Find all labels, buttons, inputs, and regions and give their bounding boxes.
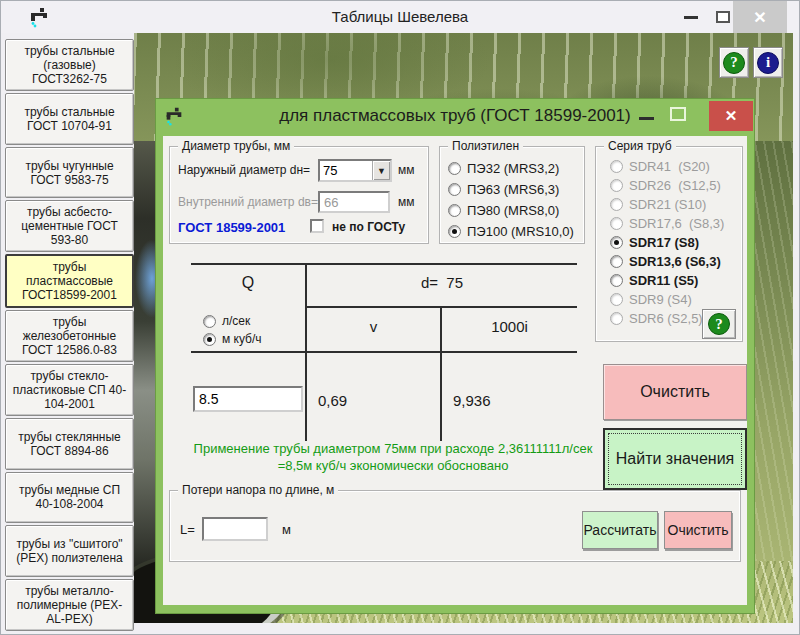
radio-icon[interactable] — [203, 333, 216, 346]
help-icon: ? — [723, 52, 745, 74]
gost-link[interactable]: ГОСТ 18599-2001 — [178, 220, 285, 235]
maximize-button[interactable] — [711, 1, 735, 33]
inner-diameter-label: Внутренний диаметр dв= — [178, 195, 318, 209]
close-button[interactable]: ✕ — [733, 1, 787, 33]
help-icon: ? — [708, 313, 730, 335]
polyethylene-group-legend: Полиэтилен — [448, 139, 523, 153]
sidebar-item-asbestos[interactable]: трубы асбесто-цементные ГОСТ 593-80 — [5, 200, 134, 252]
not-gost-label: не по ГОСТу — [332, 220, 405, 234]
find-values-button[interactable]: Найти значения — [603, 428, 747, 490]
v-column-header: v — [307, 318, 440, 335]
outer-diameter-label: Наружный диаметр dн= — [178, 163, 310, 177]
radio-icon[interactable] — [203, 315, 216, 328]
calculate-button[interactable]: Рассчитать — [582, 511, 658, 549]
radio-sdr17-6: SDR17,6 (S8,3) — [610, 216, 724, 231]
clear-length-button[interactable]: Очистить — [664, 511, 732, 549]
outer-diameter-combobox[interactable]: ▼ — [318, 159, 392, 182]
radio-sdr41: SDR41 (S20) — [610, 159, 710, 174]
not-gost-checkbox[interactable] — [310, 219, 324, 233]
dialog-body: Диаметр трубы, мм Наружный диаметр dн= ▼… — [163, 136, 747, 605]
polyethylene-group: Полиэтилен ПЭ32 (MRS3,2) ПЭ63 (MRS6,3) П… — [439, 146, 585, 244]
radio-pe63[interactable]: ПЭ63 (MRS6,3) — [448, 182, 559, 197]
plastic-pipes-dialog: для пластмассовых труб (ГОСТ 18599-2001)… — [156, 99, 754, 613]
sidebar-item-steel-gas[interactable]: трубы стальные (газовые) ГОСТ3262-75 — [5, 39, 134, 91]
result-line1: Применение трубы диаметром 75мм при расх… — [163, 440, 623, 457]
flow-rate-input[interactable] — [193, 386, 303, 412]
radio-sdr9: SDR9 (S4) — [610, 292, 692, 307]
info-button[interactable]: i — [753, 47, 783, 78]
dialog-maximize-button[interactable] — [670, 107, 686, 121]
velocity-value: 0,69 — [318, 392, 378, 409]
length-unit: м — [282, 522, 291, 537]
radio-icon — [610, 293, 623, 306]
dialog-titlebar: для пластмассовых труб (ГОСТ 18599-2001)… — [156, 99, 754, 136]
inner-diameter-field — [318, 191, 390, 213]
head-loss-group: Потери напора по длине, м L= м Рассчитат… — [169, 490, 741, 562]
help-button[interactable]: ? — [719, 47, 749, 78]
diameter-group: Диаметр трубы, мм Наружный диаметр dн= ▼… — [169, 146, 429, 244]
gradient-value: 9,936 — [453, 392, 523, 409]
find-values-label: Найти значения — [608, 433, 742, 485]
sidebar-item-glass[interactable]: трубы стеклянные ГОСТ 8894-86 — [5, 418, 134, 470]
series-group: Серия труб SDR41 (S20) SDR26 (S12,5) SDR… — [595, 146, 743, 342]
radio-sdr17[interactable]: SDR17 (S8) — [610, 235, 699, 250]
dialog-title: для пластмассовых труб (ГОСТ 18599-2001) — [156, 99, 754, 133]
radio-pe32[interactable]: ПЭ32 (MRS3,2) — [448, 161, 559, 176]
main-titlebar: Таблицы Шевелева ✕ — [1, 1, 799, 33]
radio-icon[interactable] — [448, 162, 461, 175]
app-window: Таблицы Шевелева ✕ ? i трубы стальные (г… — [0, 0, 800, 635]
head-loss-legend: Потери напора по длине, м — [178, 483, 338, 497]
sidebar-item-copper[interactable]: трубы медные СП 40-108-2004 — [5, 472, 134, 524]
close-icon: ✕ — [753, 8, 766, 27]
sidebar-item-pex[interactable]: трубы из "сшитого" (PEX) полиэтелена — [5, 525, 134, 577]
sidebar-item-cast-iron[interactable]: трубы чугунные ГОСТ 9583-75 — [5, 147, 134, 199]
radio-sdr26: SDR26 (S12,5) — [610, 178, 721, 193]
d-header: d= 75 — [307, 274, 577, 291]
radio-icon — [610, 198, 623, 211]
dialog-minimize-button[interactable] — [639, 117, 654, 120]
series-group-legend: Серия труб — [604, 139, 676, 153]
radio-icon — [610, 312, 623, 325]
sidebar-item-steel[interactable]: трубы стальные ГОСТ 10704-91 — [5, 93, 134, 145]
result-line2: =8,5м куб/ч экономически обосновано — [163, 457, 623, 474]
length-label: L= — [180, 522, 195, 537]
sidebar-item-pex-al-pex[interactable]: трубы металло-полимерные (PEX-AL-PEX) — [5, 579, 134, 631]
sidebar-item-reinforced-concrete[interactable]: трубы железобетонные ГОСТ 12586.0-83 — [5, 310, 134, 362]
inner-diameter-unit: мм — [398, 195, 415, 209]
length-input[interactable] — [202, 517, 268, 541]
dialog-close-button[interactable]: ✕ — [709, 101, 753, 131]
radio-icon — [610, 160, 623, 173]
table-line — [191, 351, 577, 353]
radio-icon — [610, 179, 623, 192]
diameter-group-legend: Диаметр трубы, мм — [178, 139, 294, 153]
table-line — [191, 263, 577, 265]
sidebar-item-plastic[interactable]: трубы пластмассовые ГОСТ18599-2001 — [5, 254, 134, 308]
radio-pe80[interactable]: ПЭ80 (MRS8,0) — [448, 203, 559, 218]
radio-sdr6: SDR6 (S2,5) — [610, 311, 703, 326]
sidebar: трубы стальные (газовые) ГОСТ3262-75 тру… — [5, 39, 134, 631]
radio-icon[interactable] — [448, 183, 461, 196]
radio-m3-per-hour[interactable]: м куб/ч — [203, 332, 262, 346]
outer-diameter-unit: мм — [398, 163, 415, 177]
radio-icon[interactable] — [448, 225, 461, 238]
outer-diameter-value[interactable] — [320, 161, 372, 180]
radio-icon[interactable] — [610, 274, 623, 287]
radio-icon[interactable] — [610, 236, 623, 249]
minimize-button[interactable] — [679, 1, 703, 33]
radio-icon — [610, 217, 623, 230]
close-icon: ✕ — [725, 107, 738, 125]
q-header: Q — [191, 274, 305, 292]
radio-sdr21: SDR21 (S10) — [610, 197, 706, 212]
radio-icon[interactable] — [448, 204, 461, 217]
radio-sdr11[interactable]: SDR11 (S5) — [610, 273, 698, 288]
radio-sdr13-6[interactable]: SDR13,6 (S6,3) — [610, 254, 721, 269]
info-icon: i — [757, 52, 779, 74]
series-help-button[interactable]: ? — [702, 309, 736, 339]
clear-button[interactable]: Очистить — [603, 364, 747, 420]
sidebar-item-fiberglass[interactable]: трубы стекло-пластиковые СП 40-104-2001 — [5, 364, 134, 416]
radio-l-per-sec[interactable]: л/сек — [203, 314, 250, 328]
chevron-down-icon[interactable]: ▼ — [372, 161, 390, 180]
result-message: Применение трубы диаметром 75мм при расх… — [163, 440, 623, 474]
radio-pe100[interactable]: ПЭ100 (MRS10,0) — [448, 224, 574, 239]
radio-icon[interactable] — [610, 255, 623, 268]
